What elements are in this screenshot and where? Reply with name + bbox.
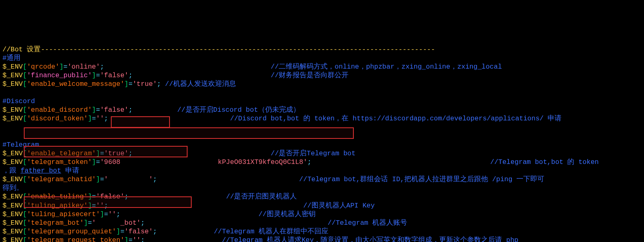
comment: //是否开启图灵机器人 xyxy=(226,193,297,201)
op: = xyxy=(96,158,100,166)
section-header: //Bot 设置--------------------------------… xyxy=(2,46,435,53)
env-var: $_ENV xyxy=(2,175,23,183)
bracket: [ xyxy=(23,193,27,201)
bracket: ] xyxy=(92,71,96,79)
op: = xyxy=(100,150,104,157)
op: = xyxy=(88,219,92,227)
bracket: ] xyxy=(92,106,96,114)
bracket: [ xyxy=(23,63,27,71)
op: = xyxy=(100,175,104,183)
key: 'enable_welcome_message' xyxy=(27,80,124,88)
op: = xyxy=(92,115,96,122)
comment: //Telegram 机器人账号 xyxy=(328,219,407,227)
value: '' xyxy=(108,210,116,218)
comment-cont: 得到。 xyxy=(2,184,23,192)
bracket: ] xyxy=(124,236,128,242)
op: = xyxy=(64,63,68,71)
key: 'telegram_request_token' xyxy=(27,236,124,242)
semi: ; xyxy=(100,63,104,71)
semi: ; xyxy=(124,193,128,201)
key: 'telegram_bot' xyxy=(27,219,84,227)
semi: ; xyxy=(141,236,145,242)
bracket: [ xyxy=(23,228,27,235)
env-var: $_ENV xyxy=(2,106,23,114)
bracket: ] xyxy=(100,210,104,218)
comment-cont2: 申请 xyxy=(61,167,79,175)
semi: ; xyxy=(104,115,108,122)
key: 'telegram_chatid' xyxy=(27,175,96,183)
env-var: $_ENV xyxy=(2,80,23,88)
comment: //图灵机器人API Key xyxy=(303,202,375,210)
comment: //二维码解码方式，online，phpzbar，zxing_online，zx… xyxy=(271,63,502,71)
op: = xyxy=(104,210,108,218)
value: '' xyxy=(133,236,141,242)
bracket: [ xyxy=(23,210,27,218)
code-block: //Bot 设置--------------------------------… xyxy=(2,36,642,242)
op: = xyxy=(128,236,133,242)
op: = xyxy=(92,202,96,210)
comment: //图灵机器人密钥 xyxy=(259,210,316,218)
key: 'telegram_group_quiet' xyxy=(27,228,116,235)
value: 'false' xyxy=(100,106,128,114)
comment: //是否开启Telegram bot xyxy=(271,150,356,157)
op: = xyxy=(92,193,96,201)
value: ' ' xyxy=(104,175,153,183)
bracket: ] xyxy=(88,193,92,201)
env-var: $_ENV xyxy=(2,193,23,201)
comment: //是否开启Discord bot（仍未完成） xyxy=(177,106,300,114)
semi: ; xyxy=(128,106,133,114)
subsection-header: #Discord xyxy=(2,97,35,105)
value: 'true' xyxy=(104,150,128,157)
bracket: ] xyxy=(84,219,88,227)
comment: //机器人发送欢迎消息 xyxy=(161,80,236,88)
bracket: ] xyxy=(116,228,120,235)
value: '' xyxy=(96,115,104,122)
value: 'true' xyxy=(133,80,157,88)
env-var: $_ENV xyxy=(2,71,23,79)
key: 'discord_token' xyxy=(27,115,88,122)
op: = xyxy=(120,228,124,235)
key: 'tuling_apikey' xyxy=(27,202,88,210)
comment: //Telegram bot,群组会话 ID,把机器人拉进群里之后跟他 /pin… xyxy=(299,175,544,183)
semi: ; xyxy=(104,202,108,210)
value: 'false' xyxy=(124,228,153,235)
env-var: $_ENV xyxy=(2,115,23,122)
value: ' _bot' xyxy=(92,219,141,227)
op: = xyxy=(96,106,100,114)
bracket: ] xyxy=(88,115,92,122)
semi: ; xyxy=(157,80,161,88)
bracket: [ xyxy=(23,106,27,114)
env-var: $_ENV xyxy=(2,158,23,166)
semi: ; xyxy=(153,175,157,183)
bracket: ] xyxy=(88,202,92,210)
env-var: $_ENV xyxy=(2,228,23,235)
subsection-header: #Telegram xyxy=(2,141,39,149)
comment: //财务报告是否向群公开 xyxy=(271,71,349,79)
env-var: $_ENV xyxy=(2,202,23,210)
bracket: [ xyxy=(23,150,27,157)
op: = xyxy=(128,80,133,88)
value: '' xyxy=(96,202,104,210)
bracket: ] xyxy=(60,63,64,71)
env-var: $_ENV xyxy=(2,150,23,157)
bracket: ] xyxy=(96,150,100,157)
op: = xyxy=(96,71,100,79)
value: '9608 kPJeO031XT9kfeoQ0C1L8' xyxy=(100,158,307,166)
bracket: [ xyxy=(23,80,27,88)
semi: ; xyxy=(141,219,145,227)
env-var: $_ENV xyxy=(2,219,23,227)
semi: ; xyxy=(128,71,133,79)
value: 'false' xyxy=(96,193,124,201)
semi: ; xyxy=(153,228,157,235)
value: 'false' xyxy=(100,71,128,79)
key: 'tuling_apisecert' xyxy=(27,210,100,218)
key: 'qrcode' xyxy=(27,63,59,71)
comment: //Telegram 机器人请求Key，随意设置，由大小写英文和数字组成，更新这… xyxy=(222,236,523,242)
bracket: [ xyxy=(23,219,27,227)
key: 'finance_public' xyxy=(27,71,92,79)
bracket: [ xyxy=(23,202,27,210)
bracket: ] xyxy=(96,175,100,183)
comment-cont: ，跟 xyxy=(2,167,21,175)
semi: ; xyxy=(116,210,120,218)
value: 'online' xyxy=(67,63,100,71)
